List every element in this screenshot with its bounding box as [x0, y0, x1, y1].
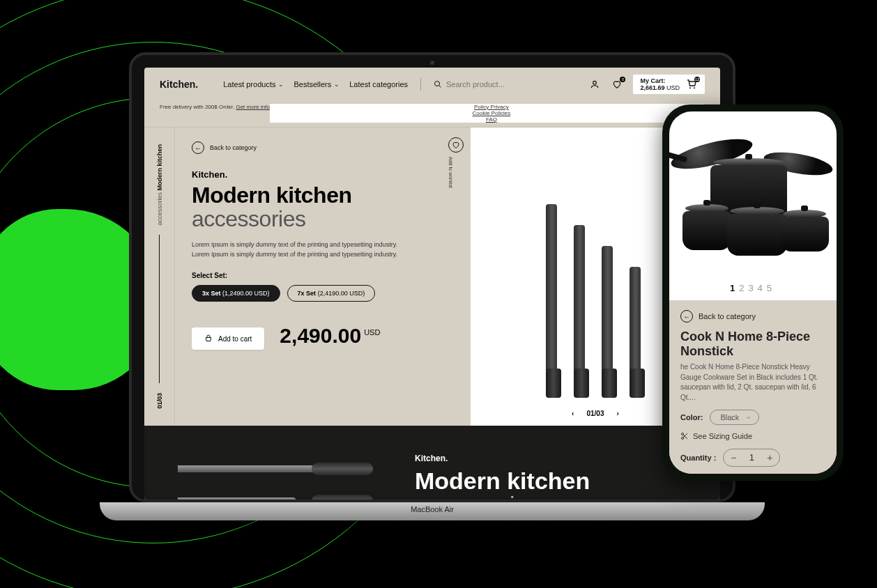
promo-images [178, 460, 373, 500]
sizing-guide-link[interactable]: See Sizing Guide [680, 432, 825, 440]
sizing-label: See Sizing Guide [693, 432, 752, 440]
side-rail: Modern kitchen accessories 01/03 [144, 127, 175, 426]
arrow-left-icon: ← [192, 141, 204, 154]
svg-point-3 [689, 87, 691, 88]
search-icon [434, 80, 442, 88]
price-currency: USD [364, 328, 380, 336]
user-icon [590, 79, 600, 89]
arrow-left-icon: ← [680, 310, 693, 323]
add-to-cart-label: Add to cart [218, 335, 252, 343]
cart-amount: 2,661.69 [640, 84, 664, 91]
nav-latest-categories[interactable]: Latest categories [349, 80, 408, 88]
nav-bestsellers[interactable]: Bestsellers ⌄ [293, 80, 340, 88]
heart-icon [452, 141, 460, 149]
quantity-value: 1 [743, 453, 760, 463]
notice-more-link[interactable]: Get more info [236, 104, 269, 110]
gallery-pager: ‹ 01/03 › [572, 410, 619, 417]
laptop-mockup: Kitchen. Latest products ⌄ Bestsellers ⌄… [129, 52, 735, 520]
color-label: Color: [680, 413, 703, 421]
notice-bar: Free delivery with 200$ Order. Get more … [144, 101, 720, 127]
phone-mockup: 12345 ← Back to category Cook N Home 8-P… [662, 105, 844, 481]
notice-text: Free delivery with 200$ Order. [160, 104, 234, 110]
svg-point-0 [435, 82, 440, 86]
header-bar: Kitchen. Latest products ⌄ Bestsellers ⌄… [144, 68, 720, 101]
promo-band: Kitchen. Modern kitchen accessories [144, 426, 720, 500]
product-description: Lorem Ipsum is simply dummy text of the … [192, 240, 401, 260]
pot-image [727, 214, 787, 256]
back-label: Back to category [699, 312, 756, 320]
set-option-7x[interactable]: 7x Set (2,4190.00 USD) [287, 285, 376, 302]
svg-point-2 [593, 81, 597, 84]
quantity-decrease-button[interactable]: − [724, 449, 743, 466]
back-to-category[interactable]: ← Back to category [192, 141, 454, 154]
quantity-label: Quantity : [680, 454, 716, 462]
mobile-back-to-category[interactable]: ← Back to category [680, 310, 825, 323]
product-brand: Kitchen. [192, 169, 454, 180]
nav-label: Latest categories [349, 80, 408, 88]
product-section: Modern kitchen accessories 01/03 ← Back … [144, 127, 720, 426]
gallery-dot[interactable]: 4 [758, 283, 767, 293]
basket-icon [204, 334, 213, 343]
add-to-cart-button[interactable]: Add to cart [192, 327, 264, 350]
gallery-next-button[interactable]: › [616, 410, 618, 417]
chevron-down-icon: ⌄ [334, 81, 340, 88]
account-button[interactable] [588, 78, 601, 91]
rail-divider [159, 235, 160, 383]
mobile-product-title: Cook N Home 8-Piece Nonstick [680, 330, 825, 358]
wishlist-button[interactable]: 0 [611, 78, 623, 91]
site-logo[interactable]: Kitchen. [160, 79, 198, 90]
laptop-base: MacBook Air [100, 502, 765, 520]
product-price: 2,490.00USD [280, 324, 380, 348]
gallery-prev-button[interactable]: ‹ [572, 410, 574, 417]
set-price: (1,2490.00 USD) [222, 290, 270, 297]
knives-image [546, 189, 645, 398]
rail-title: Modern kitchen [156, 144, 163, 191]
chevron-down-icon: ⌄ [278, 81, 284, 88]
gallery-dot[interactable]: 5 [767, 283, 776, 293]
set-price: (2,4190.00 USD) [318, 290, 365, 297]
gallery-dot[interactable]: 2 [739, 283, 748, 293]
laptop-brand-label: MacBook Air [100, 505, 765, 513]
back-label: Back to category [210, 144, 257, 151]
cart-summary[interactable]: My Cart: 2,661.69 USD 12 [633, 75, 705, 94]
nav-latest-products[interactable]: Latest products ⌄ [223, 80, 284, 88]
quantity-increase-button[interactable]: + [760, 449, 779, 466]
nav-label: Latest products [223, 80, 275, 88]
rail-page: 01/03 [156, 393, 163, 409]
promo-title-line1: Modern kitchen [415, 469, 590, 493]
gallery-dot[interactable]: 1 [730, 283, 739, 293]
mobile-product-description: he Cook N Home 8-Piece Nonstick Heavy Ga… [680, 362, 825, 403]
search-box[interactable] [434, 80, 579, 88]
knife-image [178, 460, 373, 478]
color-select[interactable]: Black [710, 410, 759, 425]
cart-badge: 12 [694, 77, 700, 82]
gallery-dots: 12345 [669, 279, 837, 300]
promo-brand: Kitchen. [415, 454, 590, 463]
gallery-dot[interactable]: 3 [748, 283, 757, 293]
product-title-line2: accessories [192, 208, 454, 230]
pot-image [682, 211, 731, 250]
set-option-3x[interactable]: 3x Set (1,2490.00 USD) [192, 285, 280, 302]
cart-label: My Cart: [640, 77, 680, 84]
wishlist-vertical-label: Add to wishlist [448, 157, 453, 188]
pot-image [780, 217, 829, 252]
mobile-product-body: ← Back to category Cook N Home 8-Piece N… [669, 300, 837, 474]
footer-link-privacy[interactable]: Policy Privacy [474, 104, 509, 110]
nav-label: Bestsellers [293, 80, 331, 88]
select-set-label: Select Set: [192, 272, 454, 279]
product-title-line1: Modern kitchen [192, 184, 454, 208]
add-to-wishlist-button[interactable] [448, 137, 464, 153]
footer-link-faq[interactable]: FAQ [486, 116, 497, 123]
svg-line-1 [439, 86, 441, 88]
desktop-app-screen: Kitchen. Latest products ⌄ Bestsellers ⌄… [144, 68, 720, 500]
gallery-page: 01/03 [586, 410, 604, 417]
svg-point-4 [694, 87, 695, 88]
footer-link-cookies[interactable]: Cookie Policies [473, 110, 511, 116]
price-value: 2,490.00 [280, 324, 361, 347]
knife-image [178, 492, 373, 500]
set-name: 3x Set [202, 290, 221, 297]
scissors-icon [680, 432, 689, 440]
search-input[interactable] [446, 80, 530, 88]
wishlist-badge: 0 [620, 77, 625, 82]
mobile-app-screen: 12345 ← Back to category Cook N Home 8-P… [669, 111, 837, 474]
